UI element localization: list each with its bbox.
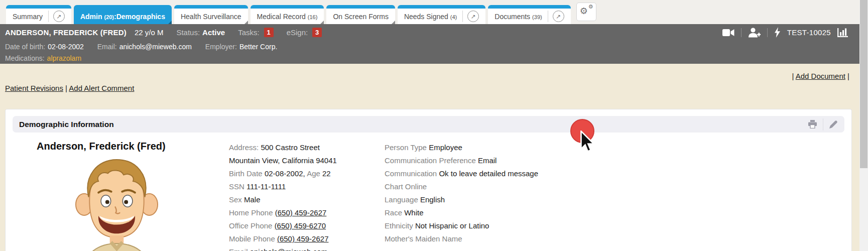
add-person-icon[interactable]: [748, 28, 761, 38]
birth-date-label: Birth Date: [229, 169, 263, 178]
patient-revisions-link[interactable]: Patient Revisions: [5, 84, 63, 92]
person-type-value: Employee: [429, 143, 462, 152]
icon-divider: [767, 28, 768, 37]
home-phone-link[interactable]: (650) 459-2627: [275, 208, 327, 217]
demographics-right-column: Person Type Employee Communication Prefe…: [385, 141, 538, 245]
tab-accent-bar: [326, 5, 395, 9]
tab-health-surveillance[interactable]: Health Surveillance: [174, 5, 248, 24]
tab-summary[interactable]: Summary ↗: [6, 5, 71, 24]
communication-label: Communication: [385, 169, 437, 178]
tab-divider: [462, 11, 463, 22]
communication-row: Communication Ok to leave detailed messa…: [385, 167, 538, 180]
tab-count: (20): [104, 14, 114, 20]
sex-label: Sex: [229, 195, 242, 204]
dob-label: Date of birth:: [5, 43, 45, 51]
mobile-phone-row: Mobile Phone (650) 459-2627: [229, 232, 337, 245]
tab-accent-bar: [398, 5, 485, 9]
add-document-link[interactable]: Add Document: [796, 72, 845, 80]
age-label: Age: [307, 169, 320, 178]
ethnicity-value: Not Hispanic or Latino: [415, 221, 489, 230]
esign-label: eSign:: [287, 28, 308, 37]
status-label: Status:: [176, 28, 200, 37]
mobile-phone-link[interactable]: (650) 459-2627: [277, 234, 329, 243]
person-type-row: Person Type Employee: [385, 141, 538, 154]
birth-date-value: 02-08-2002,: [265, 169, 305, 178]
tab-divider: [48, 11, 49, 22]
tab-count: (4): [450, 14, 457, 20]
edit-pencil-icon: [829, 120, 838, 129]
home-phone-row: Home Phone (650) 459-2627: [229, 206, 337, 219]
patient-email-link[interactable]: anichols@mieweb.com: [250, 247, 327, 251]
language-row: Language English: [385, 193, 538, 206]
edit-button[interactable]: [829, 120, 838, 129]
language-label: Language: [385, 195, 418, 204]
tab-label: Medical Record: [257, 13, 306, 21]
tab-label: Health Surveillance: [181, 13, 241, 21]
bar-chart-icon[interactable]: [837, 28, 848, 37]
tab-documents[interactable]: Documents (39) ↗: [488, 5, 570, 24]
tab-accent-bar: [174, 5, 248, 9]
office-phone-row: Office Phone (650) 459-6270: [229, 219, 337, 232]
patient-photo: [70, 157, 164, 251]
address-label: Address:: [229, 143, 259, 152]
patient-name-banner: ANDERSON, FREDERICK (FRED): [5, 28, 127, 37]
pipe-separator: |: [847, 72, 849, 80]
lightning-icon[interactable]: [774, 27, 781, 38]
office-phone-link[interactable]: (650) 459-6270: [275, 221, 326, 230]
tab-label-suffix: :Demographics: [114, 13, 165, 21]
communication-value: Ok to leave detailed message: [439, 169, 538, 178]
patient-display-name: Anderson, Frederick (Fred): [37, 141, 166, 152]
vertical-scrollbar[interactable]: [859, 0, 868, 251]
email-value: anichols@mieweb.com: [119, 43, 192, 51]
employer-label: Employer:: [205, 43, 237, 51]
panel-title: Demographic Information: [19, 120, 114, 129]
mouse-cursor-icon: [578, 131, 594, 154]
tab-label: Needs Signed: [404, 13, 448, 21]
gears-settings-icon: ⚙: [580, 7, 588, 16]
address-row-2: Mountain View, California 94041: [229, 154, 337, 167]
print-icon: [808, 120, 817, 129]
address-line1: 500 Castro Street: [261, 143, 320, 152]
ssn-row: SSN 111-11-1111: [229, 180, 337, 193]
tab-count: (39): [532, 14, 542, 20]
patient-age-sex: 22 y/o M: [135, 28, 164, 37]
patient-banner: ANDERSON, FREDERICK (FRED) 22 y/o M Stat…: [0, 24, 859, 64]
comm-preference-label: Communication Preference: [385, 156, 476, 165]
tab-label: On Screen Forms: [333, 13, 388, 21]
demographic-information-panel: Demographic Information Anderson, Freder…: [5, 109, 852, 251]
tasks-label: Tasks:: [238, 28, 260, 37]
ssn-label: SSN: [229, 182, 244, 191]
add-document-row: | Add Document |: [792, 72, 849, 80]
tab-accent-bar: [251, 5, 324, 9]
popout-circle-arrow-icon[interactable]: ↗: [553, 11, 564, 22]
icon-divider: [741, 28, 741, 37]
tab-admin-demographics[interactable]: Admin (20) :Demographics: [74, 5, 172, 24]
tab-needs-signed[interactable]: Needs Signed (4) ↗: [398, 5, 485, 24]
ethnicity-row: Ethnicity Not Hispanic or Latino: [385, 219, 538, 232]
tab-on-screen-forms[interactable]: On Screen Forms: [326, 5, 395, 24]
address-row: Address: 500 Castro Street: [229, 141, 337, 154]
add-alert-comment-link[interactable]: Add Alert Comment: [69, 84, 134, 92]
video-camera-icon[interactable]: [722, 29, 734, 37]
medications-label: Medications:: [5, 54, 45, 62]
email-row: Email anichols@mieweb.com: [229, 245, 337, 251]
print-button[interactable]: [808, 120, 817, 129]
popout-circle-arrow-icon[interactable]: ↗: [53, 11, 65, 22]
chart-online-label: Chart Online: [385, 182, 427, 191]
sex-value: Male: [244, 195, 261, 204]
birth-date-row: Birth Date 02-08-2002, Age 22: [229, 167, 337, 180]
tab-settings-button[interactable]: ⚙ ⚙: [576, 3, 596, 21]
tab-accent-bar: [488, 5, 570, 9]
demographics-left-column: Address: 500 Castro Street Mountain View…: [229, 141, 337, 251]
tasks-count-badge[interactable]: 1: [264, 28, 274, 37]
popout-circle-arrow-icon[interactable]: ↗: [467, 11, 479, 22]
scrollbar-thumb[interactable]: [860, 0, 867, 168]
medications-value[interactable]: alprazolam: [47, 54, 81, 62]
address-line2: Mountain View, California 94041: [229, 156, 337, 165]
pipe-separator: |: [792, 72, 794, 80]
esign-count-badge[interactable]: 3: [312, 28, 322, 37]
patient-email-label: Email: [229, 247, 248, 251]
panel-header-divider: [823, 118, 823, 131]
tab-medical-record[interactable]: Medical Record (16): [251, 5, 324, 24]
office-phone-label: Office Phone: [229, 221, 272, 230]
